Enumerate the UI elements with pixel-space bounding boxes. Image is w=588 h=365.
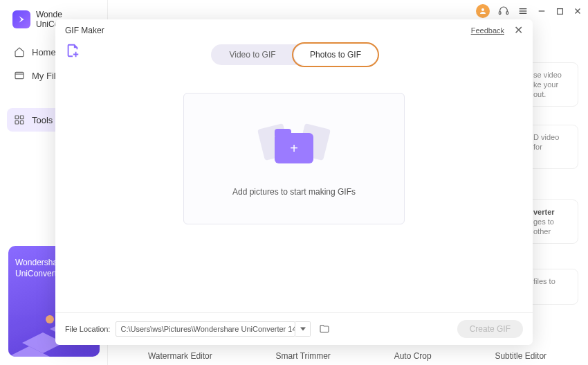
window-chrome: [476, 4, 582, 18]
bg-card-text: D video for: [533, 133, 559, 151]
brand-logo-icon: [12, 10, 30, 28]
support-icon[interactable]: [498, 6, 509, 17]
maximize-button[interactable]: [555, 6, 564, 16]
create-gif-button[interactable]: Create GIF: [457, 320, 523, 338]
menu-icon[interactable]: [517, 6, 529, 17]
home-icon: [14, 46, 25, 57]
tab-photos-to-gif[interactable]: Photos to GIF: [294, 44, 377, 65]
add-file-icon[interactable]: [65, 43, 80, 58]
bg-card-title: verter: [533, 208, 555, 216]
promo-line1: Wondersha: [15, 257, 57, 268]
svg-rect-1: [499, 12, 501, 15]
promo-line2: UniConvert: [15, 268, 57, 279]
tool-watermark[interactable]: Watermark Editor: [148, 351, 212, 361]
svg-rect-11: [15, 116, 19, 119]
avatar[interactable]: [476, 4, 490, 18]
drop-text: Add pictures to start making GIFs: [232, 187, 356, 197]
tab-video-to-gif[interactable]: Video to GIF: [211, 44, 294, 65]
feedback-link[interactable]: Feedback: [471, 26, 504, 35]
tools-row: Watermark Editor Smart Trimmer Auto Crop…: [116, 351, 578, 361]
files-icon: [14, 70, 25, 81]
gif-maker-modal: GIF Maker Feedback ✕ Video to GIF Photos…: [55, 19, 533, 345]
modal-header: GIF Maker Feedback ✕: [55, 19, 533, 40]
window-close-button[interactable]: [573, 6, 582, 16]
file-location-path[interactable]: C:\Users\ws\Pictures\Wondershare UniConv…: [116, 321, 295, 337]
svg-rect-13: [15, 121, 19, 124]
svg-rect-14: [20, 121, 24, 124]
bg-card-text: se video ke your out.: [533, 71, 562, 98]
drop-illustration-icon: +: [252, 121, 336, 176]
tool-autocrop[interactable]: Auto Crop: [394, 351, 432, 361]
drop-area[interactable]: + Add pictures to start making GIFs: [183, 93, 405, 224]
minimize-button[interactable]: [537, 6, 546, 16]
bg-card-text: ges to other: [533, 217, 554, 235]
open-folder-icon[interactable]: [319, 323, 330, 335]
sidebar-item-label: My Fil: [32, 71, 56, 81]
tool-subtitle[interactable]: Subtitle Editor: [495, 351, 546, 361]
sidebar-item-label: Tools: [32, 115, 53, 125]
modal-title: GIF Maker: [65, 26, 104, 35]
file-location-label: File Location:: [65, 325, 110, 333]
svg-rect-7: [557, 8, 562, 14]
svg-rect-10: [15, 72, 24, 78]
svg-point-18: [46, 315, 54, 323]
svg-rect-2: [506, 12, 508, 15]
svg-point-0: [481, 8, 484, 11]
brand-line1: Wonde: [36, 10, 64, 19]
sidebar-item-label: Home: [32, 47, 56, 57]
file-location-dropdown[interactable]: [295, 321, 311, 337]
tools-icon: [14, 114, 25, 125]
mode-tabs: Video to GIF Photos to GIF: [55, 40, 533, 65]
bg-card-text: files to: [533, 277, 555, 285]
close-icon[interactable]: ✕: [514, 25, 523, 36]
modal-footer: File Location: C:\Users\ws\Pictures\Wond…: [55, 312, 533, 345]
promo-text: Wondersha UniConvert: [15, 257, 57, 279]
tool-trimmer[interactable]: Smart Trimmer: [276, 351, 331, 361]
svg-rect-12: [20, 116, 24, 119]
